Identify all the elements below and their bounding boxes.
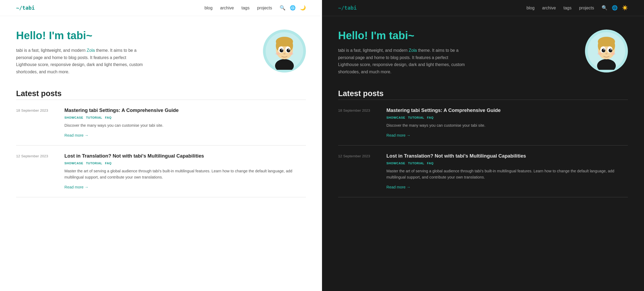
dark-post-list: 18 September 2023 Mastering tabi Setting… <box>338 100 628 197</box>
dark-search-icon[interactable]: 🔍 <box>602 5 608 11</box>
svg-point-13 <box>276 52 280 55</box>
dark-post-item-2: 12 September 2023 Lost in Translation? N… <box>338 146 628 197</box>
light-post-2-tags: SHOWCASE TUTORIAL FAQ <box>64 162 306 165</box>
dark-post-1-tag-2[interactable]: FAQ <box>427 116 434 119</box>
svg-point-24 <box>609 49 612 52</box>
light-post-1-tag-1[interactable]: TUTORIAL <box>86 116 102 119</box>
light-post-2-tag-1[interactable]: TUTORIAL <box>86 162 102 165</box>
dark-panel: ~/tabi blog archive tags projects 🔍 🌐 ☀️… <box>322 0 644 291</box>
dark-post-1-tag-1[interactable]: TUTORIAL <box>408 116 424 119</box>
light-section-title: Latest posts <box>16 89 306 98</box>
light-post-2-body: Lost in Translation? Not with tabi's Mul… <box>64 153 306 190</box>
svg-point-12 <box>283 53 286 54</box>
dark-post-1-body: Mastering tabi Settings: A Comprehensive… <box>386 107 628 138</box>
dark-nav-projects[interactable]: projects <box>579 6 594 10</box>
dark-post-2-excerpt: Master the art of serving a global audie… <box>386 168 628 180</box>
svg-point-23 <box>602 49 605 52</box>
dark-posts-section: Latest posts 18 September 2023 Mastering… <box>338 89 628 197</box>
svg-point-11 <box>288 49 290 50</box>
light-nav-archive[interactable]: archive <box>220 6 234 10</box>
dark-post-2-tag-2[interactable]: FAQ <box>427 162 434 165</box>
dark-hero-desc: tabi is a fast, lightweight, and modern … <box>338 47 467 76</box>
dark-post-2-date: 12 September 2023 <box>338 153 376 190</box>
dark-sun-icon[interactable]: ☀️ <box>622 5 628 11</box>
dark-post-2-body: Lost in Translation? Not with tabi's Mul… <box>386 153 628 190</box>
dark-globe-icon[interactable]: 🌐 <box>612 5 618 11</box>
dark-post-2-read-more[interactable]: Read more → <box>386 185 411 189</box>
dark-nav-archive[interactable]: archive <box>542 6 556 10</box>
dark-hero-text: Hello! I'm tabi~ tabi is a fast, lightwe… <box>338 30 577 76</box>
dark-hero-zola-link[interactable]: Zola <box>409 48 417 53</box>
svg-point-9 <box>287 49 290 52</box>
light-post-2-excerpt: Master the art of serving a global audie… <box>64 168 306 180</box>
dark-nav-blog[interactable]: blog <box>526 6 535 10</box>
light-nav-blog[interactable]: blog <box>204 6 213 10</box>
light-panel: ~/tabi blog archive tags projects 🔍 🌐 🌙 … <box>0 0 322 291</box>
dark-logo[interactable]: ~/tabi <box>338 5 357 11</box>
light-hero-zola-link[interactable]: Zola <box>87 48 95 53</box>
dark-post-1-read-more[interactable]: Read more → <box>386 133 411 137</box>
svg-point-8 <box>280 49 283 52</box>
dark-post-1-tag-0[interactable]: SHOWCASE <box>386 116 405 119</box>
dark-hero-title: Hello! I'm tabi~ <box>338 30 577 42</box>
light-nav-links: blog archive tags projects 🔍 🌐 🌙 <box>204 5 306 11</box>
light-post-2-read-more[interactable]: Read more → <box>64 185 89 189</box>
light-nav: ~/tabi blog archive tags projects 🔍 🌐 🌙 <box>0 0 322 16</box>
svg-point-26 <box>610 49 612 50</box>
light-post-1-body: Mastering tabi Settings: A Comprehensive… <box>64 107 306 138</box>
dark-post-2-tag-1[interactable]: TUTORIAL <box>408 162 424 165</box>
dark-post-2-tag-0[interactable]: SHOWCASE <box>386 162 405 165</box>
dark-nav-links: blog archive tags projects 🔍 🌐 ☀️ <box>526 5 628 11</box>
light-nav-tags[interactable]: tags <box>241 6 250 10</box>
light-post-1-tag-0[interactable]: SHOWCASE <box>64 116 83 119</box>
dark-nav-tags[interactable]: tags <box>564 6 572 10</box>
light-post-1-excerpt: Discover the many ways you can customise… <box>64 122 306 129</box>
globe-icon[interactable]: 🌐 <box>290 5 296 11</box>
light-hero-title: Hello! I'm tabi~ <box>16 30 255 42</box>
dark-avatar <box>585 30 628 72</box>
light-nav-projects[interactable]: projects <box>257 6 272 10</box>
light-post-2-tag-2[interactable]: FAQ <box>105 162 112 165</box>
dark-nav: ~/tabi blog archive tags projects 🔍 🌐 ☀️ <box>322 0 644 16</box>
dark-hero-desc-before: tabi is a fast, lightweight, and modern <box>338 48 409 53</box>
light-post-1-tag-2[interactable]: FAQ <box>105 116 112 119</box>
moon-icon[interactable]: 🌙 <box>300 5 306 11</box>
dark-nav-icons: 🔍 🌐 ☀️ <box>602 5 628 11</box>
light-hero: Hello! I'm tabi~ tabi is a fast, lightwe… <box>16 30 306 76</box>
light-avatar <box>263 30 306 72</box>
dark-post-1-date: 18 September 2023 <box>338 107 376 138</box>
svg-point-29 <box>611 52 615 55</box>
light-post-1-read-more[interactable]: Read more → <box>64 133 89 137</box>
light-hero-text: Hello! I'm tabi~ tabi is a fast, lightwe… <box>16 30 255 76</box>
light-hero-desc: tabi is a fast, lightweight, and modern … <box>16 47 145 76</box>
dark-post-1-title: Mastering tabi Settings: A Comprehensive… <box>386 107 628 113</box>
dark-section-title: Latest posts <box>338 89 628 98</box>
light-post-2-title: Lost in Translation? Not with tabi's Mul… <box>64 153 306 159</box>
svg-point-14 <box>289 52 293 55</box>
dark-post-1-excerpt: Discover the many ways you can customise… <box>386 122 628 129</box>
dark-post-1-tags: SHOWCASE TUTORIAL FAQ <box>386 116 628 119</box>
light-post-2-tag-0[interactable]: SHOWCASE <box>64 162 83 165</box>
light-posts-section: Latest posts 18 September 2023 Mastering… <box>16 89 306 197</box>
light-post-item-1: 18 September 2023 Mastering tabi Setting… <box>16 100 306 146</box>
light-hero-desc-before: tabi is a fast, lightweight, and modern <box>16 48 87 53</box>
light-content: Hello! I'm tabi~ tabi is a fast, lightwe… <box>0 16 322 211</box>
light-post-list: 18 September 2023 Mastering tabi Setting… <box>16 100 306 197</box>
light-post-1-tags: SHOWCASE TUTORIAL FAQ <box>64 116 306 119</box>
light-post-2-date: 12 September 2023 <box>16 153 54 190</box>
svg-point-10 <box>281 49 283 50</box>
dark-hero: Hello! I'm tabi~ tabi is a fast, lightwe… <box>338 30 628 76</box>
light-post-1-title: Mastering tabi Settings: A Comprehensive… <box>64 107 306 113</box>
light-post-1-date: 18 September 2023 <box>16 107 54 138</box>
light-post-item-2: 12 September 2023 Lost in Translation? N… <box>16 146 306 197</box>
light-logo[interactable]: ~/tabi <box>16 5 35 11</box>
dark-post-2-tags: SHOWCASE TUTORIAL FAQ <box>386 162 628 165</box>
light-nav-icons: 🔍 🌐 🌙 <box>280 5 306 11</box>
svg-point-27 <box>605 53 608 54</box>
search-icon[interactable]: 🔍 <box>280 5 286 11</box>
dark-post-2-title: Lost in Translation? Not with tabi's Mul… <box>386 153 628 159</box>
dark-post-item-1: 18 September 2023 Mastering tabi Setting… <box>338 100 628 146</box>
dark-content: Hello! I'm tabi~ tabi is a fast, lightwe… <box>322 16 644 211</box>
svg-point-28 <box>598 52 602 55</box>
svg-point-25 <box>603 49 605 50</box>
